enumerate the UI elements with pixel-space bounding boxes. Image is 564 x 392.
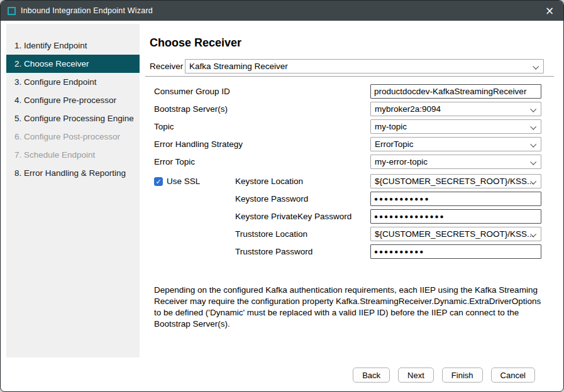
sidebar-item-identify-endpoint[interactable]: 1. Identify Endpoint [6,36,140,55]
keystore-location-select[interactable]: ${CUSTOMER_SECRETS_ROOT}/KSS... [370,174,541,188]
form-row: Error Handling Strategy ErrorTopic [140,137,563,151]
sidebar-item-error-handling-reporting[interactable]: 8. Error Handling & Reporting [6,164,140,182]
keystore-location-label: Keystore Location [235,177,303,186]
receiver-selected-value: Kafka Streaming Receiver [189,62,288,71]
finish-button[interactable]: Finish [442,368,483,383]
section-separator [145,76,554,77]
main-content: Choose Receiver Receiver Kafka Streaming… [140,21,563,391]
chevron-down-icon [530,159,536,165]
truststore-location-value: ${CUSTOMER_SECRETS_ROOT}/KSS... [375,229,534,239]
next-button[interactable]: Next [398,368,434,383]
keystore-password-input[interactable] [370,192,541,206]
error-topic-value: my-error-topic [375,157,428,166]
sidebar-item-configure-pre-processor[interactable]: 4. Configure Pre-processor [6,91,140,109]
back-button[interactable]: Back [353,368,390,383]
form-row: Keystore PrivateKey Password [140,209,563,224]
window-title: Inbound Integration Endpoint Wizard [21,6,153,15]
topic-value: my-topic [375,122,407,131]
topic-select[interactable]: my-topic [370,119,541,134]
sidebar-item-configure-endpoint[interactable]: 3. Configure Endpoint [6,73,140,91]
form-row: Truststore Location ${CUSTOMER_SECRETS_R… [140,227,563,241]
receiver-row: Receiver Kafka Streaming Receiver [150,59,544,74]
checkbox-check-icon: ✓ [154,177,163,186]
chevron-down-icon [533,63,539,70]
keystore-password-label: Keystore Password [235,194,308,204]
error-handling-strategy-select[interactable]: ErrorTopic [370,137,541,151]
truststore-password-input[interactable] [370,244,541,259]
receiver-label: Receiver [150,62,185,71]
titlebar: Inbound Integration Endpoint Wizard × [1,1,563,21]
chevron-down-icon [530,106,536,112]
close-icon: × [545,4,554,17]
chevron-down-icon [530,124,536,130]
form-row: Truststore Password [140,244,563,259]
dialog-button-row: Back Next Finish Cancel [353,368,535,383]
truststore-password-label: Truststore Password [235,247,312,256]
close-button[interactable]: × [536,1,563,21]
bootstrap-servers-label: Bootstrap Server(s) [154,104,228,114]
steps-sidebar: 1. Identify Endpoint 2. Choose Receiver … [6,24,140,357]
bootstrap-servers-select[interactable]: mybroker2a:9094 [370,102,541,116]
sidebar-item-schedule-endpoint: 7. Schedule Endpoint [6,146,140,164]
sidebar-item-configure-processing-engine[interactable]: 5. Configure Processing Engine [6,109,140,128]
form-row: Topic my-topic [140,119,563,134]
receiver-select[interactable]: Kafka Streaming Receiver [185,59,544,74]
consumer-group-id-label: Consumer Group ID [154,87,230,96]
form-row: Keystore Password [140,192,563,206]
wizard-window: Inbound Integration Endpoint Wizard × 1.… [0,0,564,392]
error-topic-label: Error Topic [154,157,195,166]
truststore-location-label: Truststore Location [235,229,307,239]
cancel-button[interactable]: Cancel [491,368,535,383]
form-row: Error Topic my-error-topic [140,155,563,169]
sidebar-item-configure-post-processor: 6. Configure Post-processor [6,128,140,146]
error-topic-select[interactable]: my-error-topic [370,155,541,169]
keystore-privatekey-password-input[interactable] [370,209,541,224]
form-row: Bootstrap Server(s) mybroker2a:9094 [140,102,563,116]
error-handling-strategy-value: ErrorTopic [375,139,414,149]
bootstrap-servers-value: mybroker2a:9094 [375,104,441,114]
use-ssl-checkbox[interactable]: ✓ Use SSL [154,177,200,186]
consumer-group-id-input[interactable] [370,84,541,99]
wizard-app-icon [8,7,16,15]
form-row: ✓ Use SSL Keystore Location ${CUSTOMER_S… [140,174,563,188]
topic-label: Topic [154,122,174,131]
truststore-location-select[interactable]: ${CUSTOMER_SECRETS_ROOT}/KSS... [370,227,541,241]
keystore-location-value: ${CUSTOMER_SECRETS_ROOT}/KSS... [375,177,534,186]
chevron-down-icon [530,141,536,148]
use-ssl-label: Use SSL [167,177,200,186]
sidebar-item-choose-receiver[interactable]: 2. Choose Receiver [6,55,140,73]
keystore-privatekey-password-label: Keystore PrivateKey Password [235,212,351,221]
error-handling-strategy-label: Error Handling Strategy [154,139,243,149]
info-note: Depending on the configured Kafka authen… [154,285,547,330]
form-row: Consumer Group ID [140,84,563,99]
page-title: Choose Receiver [150,36,241,50]
